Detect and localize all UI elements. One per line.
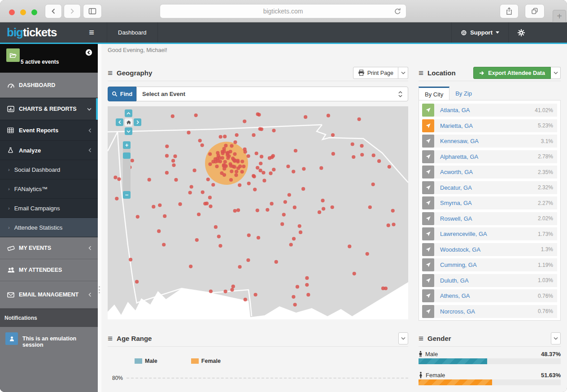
back-button[interactable]	[45, 4, 62, 18]
city-link[interactable]: Woodstock, GA	[440, 246, 480, 253]
legend-item-female[interactable]: Female	[191, 358, 221, 364]
location-arrow-icon	[422, 166, 434, 179]
city-link[interactable]: Atlanta, GA	[440, 107, 470, 113]
sidebar-item-my-events[interactable]: MY EVENTS	[0, 237, 98, 259]
sidebar-item-attendee-statistics[interactable]: › Attendee Statistics	[0, 218, 98, 237]
forward-button[interactable]	[64, 4, 81, 18]
panel-handle-icon: ≡	[419, 334, 423, 343]
gender-female-bar-fill	[419, 379, 492, 385]
city-row[interactable]: Lawrenceville, GA 1.73%	[422, 227, 557, 240]
sidebar-collapse-button[interactable]: ≡	[85, 22, 98, 43]
city-link[interactable]: Decatur, GA	[440, 184, 472, 191]
zoom-out-button[interactable]: −	[123, 191, 131, 199]
find-button-label: Find	[120, 91, 132, 97]
city-row[interactable]: Decatur, GA 2.32%	[422, 181, 557, 194]
map-home-button[interactable]	[125, 118, 132, 126]
sidebar-item-email-management[interactable]: EMAIL MANAGEMENT	[0, 281, 98, 309]
zoom-window-button[interactable]	[31, 9, 37, 15]
settings-button[interactable]	[508, 22, 536, 43]
location-arrow-icon	[422, 274, 434, 287]
city-row[interactable]: Norcross, GA 0.76%	[422, 305, 557, 318]
export-options-caret-button[interactable]	[551, 67, 561, 79]
sidebar-item-event-reports[interactable]: Event Reports	[0, 120, 98, 141]
gender-label: Female	[426, 372, 445, 379]
new-tab-button[interactable]: +	[553, 10, 566, 22]
city-row[interactable]: Athens, GA 0.76%	[422, 289, 557, 302]
share-icon	[506, 7, 513, 15]
sidebar-toggle-button[interactable]	[83, 4, 102, 18]
city-row[interactable]: Atlanta, GA 41.02%	[422, 104, 557, 117]
geography-map[interactable]: + −	[108, 106, 408, 319]
zoom-in-button[interactable]: +	[123, 141, 131, 149]
city-link[interactable]: Lawrenceville, GA	[440, 231, 487, 237]
city-link[interactable]: Roswell, GA	[440, 215, 472, 222]
sidebar-item-dashboard[interactable]: DASHBOARD	[0, 73, 98, 98]
age-range-panel-header: ≡ Age Range	[108, 331, 408, 347]
sidebar-item-social-dashboard[interactable]: › Social Dashboard	[0, 160, 98, 179]
show-tabs-button[interactable]	[525, 4, 545, 18]
legend-swatch	[191, 358, 199, 364]
pan-down-button[interactable]	[125, 127, 132, 135]
active-events-banner[interactable]: 5 active events	[0, 44, 98, 73]
sidebar-item-label: FANalytics™	[14, 186, 48, 192]
gender-options-caret-button[interactable]	[551, 332, 561, 344]
export-attendee-data-button[interactable]: Export Attendee Data	[473, 67, 551, 79]
event-select[interactable]: Select an Event	[136, 87, 408, 101]
sidebar-item-my-attendees[interactable]: MY ATTENDEES	[0, 259, 98, 281]
zoom-slider-handle[interactable]	[123, 152, 131, 159]
sidebar-item-analyze[interactable]: Analyze	[0, 141, 98, 160]
pan-right-button[interactable]	[134, 118, 141, 126]
url-field[interactable]: bigtickets.com	[160, 4, 406, 18]
tab-by-zip[interactable]: By Zip	[449, 87, 478, 100]
support-menu[interactable]: Support	[451, 22, 508, 43]
pan-up-button[interactable]	[125, 109, 132, 117]
city-link[interactable]: Athens, GA	[440, 292, 470, 299]
city-row[interactable]: Cumming, GA 1.19%	[422, 258, 557, 271]
sidebar-collapse-circle-button[interactable]	[85, 49, 92, 56]
content-scrollbar[interactable]	[98, 44, 101, 392]
print-page-button[interactable]: Print Page	[353, 67, 398, 79]
city-row[interactable]: Marietta, GA 5.23%	[422, 119, 557, 132]
pan-left-button[interactable]	[116, 118, 123, 126]
gender-female-bar	[419, 379, 561, 385]
legend-item-male[interactable]: Male	[135, 358, 157, 364]
city-link[interactable]: Kennesaw, GA	[440, 138, 479, 144]
city-link[interactable]: Cumming, GA	[440, 261, 477, 268]
city-row[interactable]: Woodstock, GA 1.3%	[422, 243, 557, 256]
gridline	[126, 378, 408, 379]
legend-label: Female	[201, 358, 221, 364]
app-logo[interactable]: bigtickets	[0, 22, 85, 43]
age-range-options-caret-button[interactable]	[398, 332, 408, 344]
find-button[interactable]: Find	[108, 87, 136, 101]
notification-item[interactable]: This is an emulation session	[0, 327, 98, 392]
city-link[interactable]: Marietta, GA	[440, 122, 473, 129]
sidebar-item-fanalytics[interactable]: › FANalytics™	[0, 179, 98, 199]
city-link[interactable]: Norcross, GA	[440, 308, 475, 315]
city-row[interactable]: Kennesaw, GA 3.1%	[422, 135, 557, 148]
city-row[interactable]: Duluth, GA 1.03%	[422, 274, 557, 287]
city-link[interactable]: Alpharetta, GA	[440, 153, 478, 160]
city-row[interactable]: Roswell, GA 2.02%	[422, 212, 557, 225]
location-arrow-icon	[422, 135, 434, 148]
gender-male-row: Male 48.37%	[419, 351, 561, 357]
city-link[interactable]: Smyrna, GA	[440, 200, 472, 206]
tab-by-city[interactable]: By City	[419, 87, 449, 100]
minimize-window-button[interactable]	[20, 9, 26, 15]
city-row[interactable]: Smyrna, GA 2.27%	[422, 196, 557, 209]
support-label: Support	[470, 29, 493, 36]
nav-item-dashboard[interactable]: Dashboard	[107, 22, 158, 43]
city-link[interactable]: Acworth, GA	[440, 169, 473, 175]
print-options-caret-button[interactable]	[398, 67, 408, 79]
city-row[interactable]: Acworth, GA 2.35%	[422, 166, 557, 179]
close-window-button[interactable]	[9, 9, 15, 15]
city-link[interactable]: Duluth, GA	[440, 277, 469, 284]
city-percent: 1.03%	[538, 277, 553, 283]
city-row[interactable]: Alpharetta, GA 2.78%	[422, 150, 557, 163]
sidebar-item-charts-reports[interactable]: CHARTS & REPORTS	[0, 98, 98, 120]
sidebar-item-email-campaigns[interactable]: › Email Campaigns	[0, 199, 98, 218]
sidebar-item-label: Social Dashboard	[14, 166, 61, 173]
share-button[interactable]	[500, 4, 519, 18]
gender-male-bar-fill	[419, 358, 487, 364]
reload-button[interactable]	[394, 8, 401, 15]
active-events-label: 5 active events	[21, 59, 59, 65]
